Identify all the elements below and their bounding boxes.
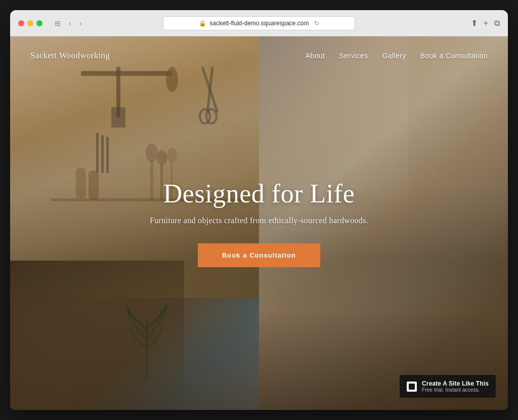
badge-subtitle: Free trial. Instant access. [422,387,489,393]
squarespace-logo [407,382,417,392]
nav-links: About Services Gallery Book a Consultati… [306,52,488,60]
maximize-button[interactable] [36,20,42,26]
reload-icon[interactable]: ↻ [314,20,319,27]
forward-button[interactable]: › [77,18,84,28]
website-container: Sackett Woodworking About Services Galle… [10,36,508,410]
nav-link-gallery[interactable]: Gallery [382,52,406,60]
squarespace-logo-inner [409,384,415,390]
lock-icon: 🔒 [199,20,206,27]
site-logo[interactable]: Sackett Woodworking [30,51,110,61]
share-icon[interactable]: ⬆ [471,18,478,28]
browser-controls: ⊞ ‹ › [53,18,83,28]
nav-link-about[interactable]: About [306,52,325,60]
navigation: Sackett Woodworking About Services Galle… [10,36,508,75]
squarespace-badge[interactable]: Create A Site Like This Free trial. Inst… [400,375,496,398]
hero-content: Designed for Life Furniture and objects … [10,179,508,267]
sidebar-toggle-icon[interactable]: ⊞ [53,18,63,28]
url-text: sackett-fluid-demo.squarespace.com [209,20,309,27]
address-bar[interactable]: 🔒 sackett-fluid-demo.squarespace.com ↻ [163,16,355,30]
nav-link-services[interactable]: Services [339,52,368,60]
hero-cta-button[interactable]: Book a Consultation [198,243,320,267]
badge-title: Create A Site Like This [422,380,489,387]
nav-link-book-consultation[interactable]: Book a Consultation [420,52,488,60]
new-tab-icon[interactable]: + [484,19,488,28]
browser-window: ⊞ ‹ › 🔒 sackett-fluid-demo.squarespace.c… [10,10,508,410]
browser-actions: ⬆ + ⧉ [471,18,500,28]
traffic-lights [18,20,42,26]
badge-text-container: Create A Site Like This Free trial. Inst… [422,380,489,393]
hero-title: Designed for Life [30,179,488,208]
hero-subtitle: Furniture and objects crafted from ethic… [30,216,488,225]
tabs-icon[interactable]: ⧉ [494,19,500,28]
browser-chrome: ⊞ ‹ › 🔒 sackett-fluid-demo.squarespace.c… [10,10,508,36]
back-button[interactable]: ‹ [67,18,73,28]
minimize-button[interactable] [27,20,33,26]
close-button[interactable] [18,20,24,26]
